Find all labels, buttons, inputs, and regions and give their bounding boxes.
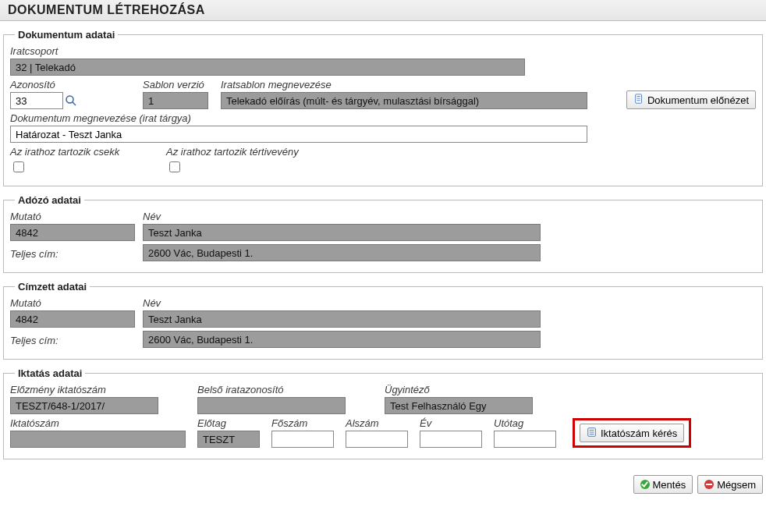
field-iktatoszam: [10, 431, 186, 448]
field-adozo-nev: Teszt Janka: [143, 224, 541, 241]
label-cimzett-mutato: Mutató: [10, 297, 135, 309]
label-foszam: Főszám: [271, 417, 338, 429]
page-title: DOKUMENTUM LÉTREHOZÁSA: [0, 0, 766, 21]
input-foszam[interactable]: [271, 431, 334, 448]
label-cimzett-nev: Név: [143, 297, 541, 309]
legend-document: Dokumentum adatai: [15, 29, 118, 41]
label-iratsablon: Iratsablon megnevezése: [221, 79, 587, 90]
checkbox-tertiveveny[interactable]: [169, 161, 180, 172]
legend-cimzett: Címzett adatai: [15, 281, 90, 293]
iktatoszam-keres-label: Iktatószám kérés: [601, 427, 677, 439]
field-cimzett-nev: Teszt Janka: [143, 310, 541, 328]
field-elozmeny: TESZT/648-1/2017/: [10, 397, 158, 414]
label-cimzett-cim: Teljes cím:: [10, 335, 135, 346]
label-adozo-mutato: Mutató: [10, 211, 135, 222]
check-icon: [640, 480, 650, 489]
svg-point-0: [66, 96, 73, 103]
preview-button[interactable]: Dokumentum előnézet: [626, 90, 756, 109]
label-ev: Év: [420, 417, 486, 429]
field-sablon-verzio: 1: [143, 92, 208, 109]
field-cimzett-mutato: 4842: [10, 310, 135, 328]
input-alszam[interactable]: [346, 431, 408, 448]
input-azonosito[interactable]: [10, 92, 63, 109]
input-ev[interactable]: [420, 431, 482, 448]
field-adozo-cim: 2600 Vác, Budapesti 1.: [143, 244, 541, 261]
fieldset-iktatas: Iktatás adatai Előzmény iktatószám TESZT…: [3, 367, 763, 459]
preview-button-label: Dokumentum előnézet: [647, 94, 749, 106]
field-ugyintezo: Test Felhasználó Egy: [385, 397, 533, 414]
label-utotag: Utótag: [494, 417, 560, 429]
label-elozmeny: Előzmény iktatószám: [10, 384, 190, 395]
legend-iktatas: Iktatás adatai: [15, 367, 85, 379]
checkbox-csekk[interactable]: [13, 161, 24, 172]
field-adozo-mutato: 4842: [10, 224, 135, 241]
label-tertiveveny: Az irathoz tartozik tértivevény: [166, 146, 353, 158]
fieldset-adozo: Adózó adatai Mutató 4842 Név Teszt Janka…: [3, 194, 763, 273]
input-utotag[interactable]: [494, 431, 556, 448]
svg-line-1: [73, 102, 76, 105]
cancel-button[interactable]: Mégsem: [697, 475, 763, 494]
label-megnevezes: Dokumentum megnevezése (irat tárgya): [10, 112, 587, 124]
cancel-icon: [704, 480, 714, 489]
cancel-button-label: Mégsem: [717, 479, 756, 491]
highlight-iktatoszam-keres: Iktatószám kérés: [573, 418, 691, 448]
legend-adozo: Adózó adatai: [15, 194, 84, 206]
label-adozo-cim: Teljes cím:: [10, 248, 135, 260]
label-iratcsoport: Iratcsoport: [10, 45, 525, 57]
label-csekk: Az irathoz tartozik csekk: [10, 146, 158, 158]
label-azonosito: Azonosító: [10, 79, 88, 90]
label-belso: Belső iratazonosító: [197, 384, 377, 395]
field-iratcsoport: 32 | Telekadó: [10, 59, 525, 76]
label-iktatoszam: Iktatószám: [10, 417, 190, 429]
field-belso: [197, 397, 346, 414]
field-iratsablon: Telekadó előírás (múlt- és tárgyév, mula…: [221, 92, 587, 109]
iktatoszam-keres-button[interactable]: Iktatószám kérés: [580, 424, 684, 442]
request-number-icon: [587, 427, 598, 440]
label-sablon-verzio: Sablon verzió: [143, 79, 213, 90]
fieldset-document: Dokumentum adatai Iratcsoport 32 | Telek…: [3, 29, 763, 186]
label-adozo-nev: Név: [143, 211, 541, 222]
field-cimzett-cim: 2600 Vác, Budapesti 1.: [143, 331, 541, 348]
input-megnevezes[interactable]: [10, 126, 587, 143]
fieldset-cimzett: Címzett adatai Mutató 4842 Név Teszt Jan…: [3, 281, 763, 360]
field-elotag: TESZT: [197, 431, 260, 448]
label-ugyintezo: Ügyintéző: [385, 384, 541, 395]
save-button[interactable]: Mentés: [633, 475, 693, 494]
document-preview-icon: [633, 94, 644, 107]
save-button-label: Mentés: [653, 479, 686, 491]
label-elotag: Előtag: [197, 417, 264, 429]
search-icon[interactable]: [65, 94, 77, 107]
label-alszam: Alszám: [346, 417, 412, 429]
